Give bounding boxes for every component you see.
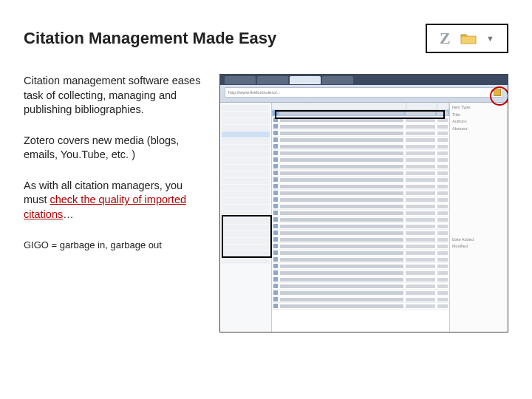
zotero-toolbar-chip: Z ▼ <box>426 24 508 53</box>
zotero-browser-screenshot: http://www.firefox/zotero/... <box>219 74 508 332</box>
chevron-down-icon: ▼ <box>486 34 494 43</box>
browser-tab <box>322 76 353 84</box>
folder-icon <box>460 33 477 44</box>
para-1: Citation management software eases task … <box>24 74 205 117</box>
browser-tab-bar <box>220 75 508 85</box>
address-bar: http://www.firefox/zotero/... <box>225 87 503 98</box>
gigo-note: GIGO = garbage in, garbage out <box>24 239 205 252</box>
para-2: Zotero covers new media (blogs, emails, … <box>24 134 205 163</box>
callout-circle <box>490 86 508 106</box>
zotero-item-row <box>272 110 449 117</box>
zotero-items-rows <box>272 110 449 332</box>
zotero-collections-pane <box>220 103 272 332</box>
zotero-items-header <box>272 103 449 110</box>
browser-tab <box>257 76 288 84</box>
zotero-items-pane <box>272 103 450 332</box>
browser-tab <box>290 76 321 84</box>
browser-chrome: http://www.firefox/zotero/... <box>220 75 508 103</box>
zotero-z-icon: Z <box>440 29 451 48</box>
zotero-details-pane: Item Type: Title: Authors: Abstract: Dat… <box>450 103 508 332</box>
zotero-pane: Item Type: Title: Authors: Abstract: Dat… <box>220 103 508 332</box>
para-3: As with all citation managers, you must … <box>24 179 205 222</box>
browser-tab <box>225 76 256 84</box>
body-text-column: Citation management software eases task … <box>24 74 205 332</box>
page-title: Citation Management Made Easy <box>24 29 276 48</box>
